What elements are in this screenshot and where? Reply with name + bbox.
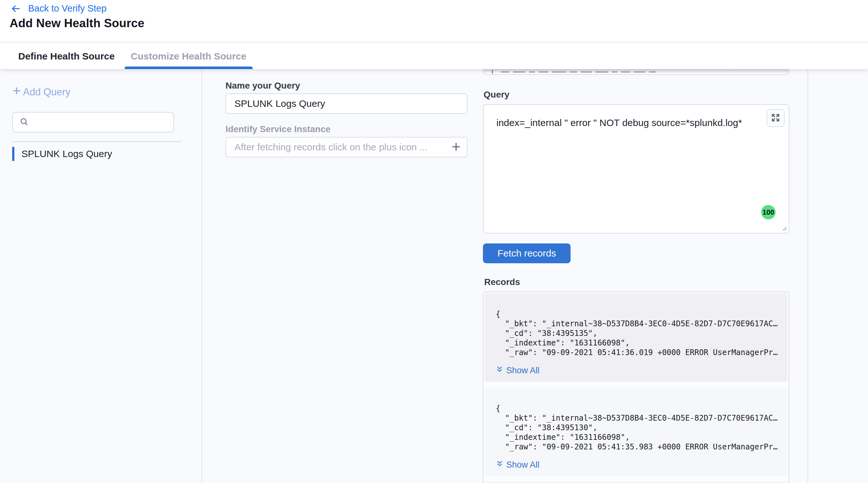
record-card: { "_bkt": "_internal~38~D537D8B4-3EC0-4D… bbox=[485, 388, 787, 476]
page-title: Add New Health Source bbox=[9, 17, 145, 30]
records-label: Records bbox=[484, 277, 520, 287]
plus-icon bbox=[11, 86, 22, 98]
json-line: "_raw": "09-09-2021 05:41:35.983 +0000 E… bbox=[496, 442, 781, 452]
textarea-resize-grip[interactable] bbox=[781, 225, 787, 231]
clipped-scrolled-field[interactable] bbox=[483, 69, 789, 75]
service-instance-field bbox=[225, 137, 468, 157]
show-all-link[interactable]: Show All bbox=[496, 460, 539, 470]
back-to-verify-step-link[interactable]: Back to Verify Step bbox=[11, 3, 106, 14]
query-name-input[interactable] bbox=[225, 93, 468, 114]
query-sidebar: Add Query SPLUNK Logs Query bbox=[0, 69, 202, 483]
tab-customize-health-source[interactable]: Customize Health Source bbox=[125, 43, 253, 69]
query-editor: index=_internal " error " NOT debug sour… bbox=[483, 104, 789, 234]
records-container: { "_bkt": "_internal~38~D537D8B4-3EC0-4D… bbox=[483, 292, 789, 483]
selected-indicator-bar bbox=[12, 147, 14, 161]
json-line: { bbox=[496, 404, 781, 413]
tab-content: Add Query SPLUNK Logs Query Name your Qu… bbox=[0, 69, 868, 483]
search-icon bbox=[19, 117, 29, 128]
card-gap bbox=[485, 382, 787, 388]
identify-service-instance-label: Identify Service Instance bbox=[225, 124, 330, 134]
expand-icon bbox=[771, 113, 780, 123]
card-gap bbox=[485, 476, 787, 482]
back-link-label: Back to Verify Step bbox=[28, 3, 106, 14]
double-chevron-down-icon bbox=[496, 366, 503, 375]
json-line: "_bkt": "_internal~38~D537D8B4-3EC0-4D5E… bbox=[496, 413, 781, 423]
show-all-label: Show All bbox=[506, 366, 539, 375]
right-panel-divider bbox=[808, 69, 808, 483]
name-your-query-label: Name your Query bbox=[225, 81, 300, 91]
json-line: "_bkt": "_internal~38~D537D8B4-3EC0-4D5E… bbox=[496, 319, 781, 329]
expand-query-button[interactable] bbox=[767, 109, 784, 127]
show-all-label: Show All bbox=[506, 460, 539, 470]
json-line: "_indextime": "1631166098", bbox=[496, 338, 781, 348]
back-arrow-icon bbox=[11, 4, 21, 13]
query-item-label: SPLUNK Logs Query bbox=[22, 148, 112, 159]
search-input[interactable] bbox=[33, 117, 173, 127]
add-query-button[interactable]: Add Query bbox=[11, 86, 70, 98]
clipped-text-remnant bbox=[492, 70, 696, 73]
service-instance-input[interactable] bbox=[225, 137, 468, 157]
query-search-box bbox=[12, 112, 174, 132]
json-line: { bbox=[496, 309, 781, 319]
page-header: Back to Verify Step Add New Health Sourc… bbox=[0, 0, 868, 42]
add-service-instance-button[interactable] bbox=[449, 140, 463, 154]
add-query-label: Add Query bbox=[23, 86, 70, 98]
tab-bar: Define Health Source Customize Health So… bbox=[0, 43, 868, 69]
json-line: "_indextime": "1631166098", bbox=[496, 432, 781, 442]
json-line: "_cd": "38:4395135", bbox=[496, 329, 781, 338]
plus-icon bbox=[450, 141, 462, 154]
tab-define-health-source[interactable]: Define Health Source bbox=[12, 43, 121, 69]
double-chevron-down-icon bbox=[496, 460, 503, 470]
query-textarea[interactable]: index=_internal " error " NOT debug sour… bbox=[484, 105, 789, 233]
record-count-badge: 100 bbox=[761, 205, 776, 219]
show-all-link[interactable]: Show All bbox=[496, 366, 539, 375]
record-card: { "_bkt": "_internal~38~D537D8B4-3EC0-4D… bbox=[485, 293, 787, 382]
json-line: "_raw": "09-09-2021 05:41:36.019 +0000 E… bbox=[496, 348, 781, 357]
query-label: Query bbox=[484, 90, 509, 100]
fetch-records-button[interactable]: Fetch records bbox=[483, 243, 570, 263]
json-line: "_cd": "38:4395130", bbox=[496, 423, 781, 432]
sidebar-divider bbox=[13, 141, 182, 142]
sidebar-item-splunk-logs-query[interactable]: SPLUNK Logs Query bbox=[12, 147, 112, 161]
